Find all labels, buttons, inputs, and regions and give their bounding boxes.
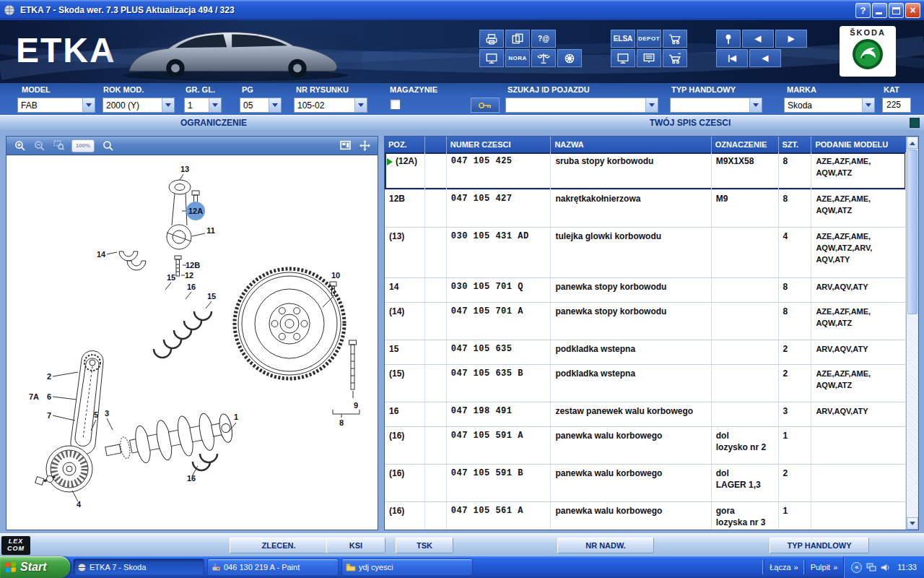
scroll-up-button[interactable] <box>907 137 918 149</box>
szukaj-id-select[interactable] <box>505 98 658 113</box>
chevron-down-icon[interactable] <box>209 98 221 112</box>
chevron-down-icon[interactable] <box>269 98 281 112</box>
table-row[interactable]: (13) 030 105 431 AD tulejka glowki korbo… <box>385 228 906 278</box>
help-contact-button[interactable]: ?@ <box>531 30 556 48</box>
tsk-button[interactable]: TSK <box>396 538 453 553</box>
callout-6[interactable]: 6 <box>47 392 51 401</box>
chevron-down-icon[interactable] <box>162 98 174 112</box>
previous-drawing-button[interactable]: ◀ <box>742 30 774 48</box>
taskbar-clock[interactable]: 11:33 <box>894 563 917 571</box>
taskbar-task-paint[interactable]: 046 130 219 A - Paint <box>207 558 339 576</box>
taskbar-task-folder[interactable]: ydj cyesci <box>341 558 473 576</box>
nr-rysunku-select[interactable]: 105-02 <box>294 98 367 113</box>
kat-value-field[interactable]: 225 <box>882 98 911 113</box>
terminal-button[interactable] <box>611 49 635 67</box>
toolbar-grip[interactable] <box>762 560 764 574</box>
table-row[interactable]: 16 047 198 491 zestaw panewek walu korbo… <box>385 402 906 427</box>
callout-12b[interactable]: 12B <box>186 261 200 269</box>
order-cart-button[interactable] <box>663 49 687 67</box>
callout-2[interactable]: 2 <box>47 372 51 381</box>
ograniczenie-tab[interactable]: OGRANICZENIE <box>0 116 384 130</box>
elsa-button[interactable]: ELSA <box>611 30 635 48</box>
chevron-down-icon[interactable] <box>82 98 95 112</box>
table-row[interactable]: 12B 047 105 427 nakrętkakołnierzowa M9 8… <box>385 190 906 228</box>
chevron-down-icon[interactable] <box>645 98 658 112</box>
pulpit-toolbar[interactable]: Pulpit » <box>811 563 838 571</box>
documents-button[interactable] <box>505 30 530 48</box>
print-button[interactable] <box>479 30 504 48</box>
callout-7a[interactable]: 7A <box>29 392 39 401</box>
diagram-canvas[interactable]: 13 12A 11 14 12B 12 15 16 15 10 9 8 2 7A <box>6 155 378 530</box>
toolbar-grip[interactable] <box>803 560 806 574</box>
volume-icon[interactable] <box>881 563 890 572</box>
ksi-button[interactable]: KSI <box>326 538 385 553</box>
hide-icons-button[interactable]: « <box>851 562 862 573</box>
callout-14[interactable]: 14 <box>97 250 106 259</box>
zoom-in-button[interactable] <box>11 138 28 154</box>
pin-icon[interactable] <box>716 30 741 48</box>
chevron-down-icon[interactable] <box>862 98 874 112</box>
catalog-monitor-button[interactable] <box>637 49 661 67</box>
nr-nadw-button[interactable]: NR NADW. <box>557 538 654 553</box>
wheel-button[interactable] <box>557 49 582 67</box>
expand-chevron-icon[interactable]: » <box>833 563 837 571</box>
network-icon[interactable] <box>866 563 876 572</box>
depot-button[interactable]: DEPOT <box>637 30 661 48</box>
close-button[interactable]: × <box>905 3 920 18</box>
table-row[interactable]: (14) 047 105 701 A panewka stopy korbowo… <box>385 303 906 340</box>
table-row[interactable]: (16) 047 105 591 B panewka walu korboweg… <box>385 465 906 502</box>
pg-select[interactable]: 05 <box>240 98 282 113</box>
monitor-button[interactable] <box>479 49 504 67</box>
callout-8[interactable]: 8 <box>339 418 344 427</box>
rok-select[interactable]: 2000 (Y) <box>103 98 175 113</box>
overview-button[interactable] <box>336 138 354 154</box>
find-button[interactable] <box>99 138 116 154</box>
start-button[interactable]: Start <box>0 556 70 578</box>
callout-7[interactable]: 7 <box>47 411 51 420</box>
callout-13[interactable]: 13 <box>180 165 189 173</box>
minimize-button[interactable] <box>872 3 887 18</box>
scrollbar-thumb[interactable] <box>907 150 918 314</box>
callout-11[interactable]: 11 <box>206 226 215 235</box>
pan-button[interactable] <box>356 138 373 154</box>
lacza-toolbar[interactable]: Łącza » <box>770 563 798 571</box>
callout-1[interactable]: 1 <box>234 413 238 421</box>
callout-4[interactable]: 4 <box>77 500 82 509</box>
spis-czesci-tab[interactable]: TWÓJ SPIS CZESCI <box>384 116 924 130</box>
callout-16b[interactable]: 16 <box>187 474 196 483</box>
next-drawing-button[interactable]: ▶ <box>775 30 807 48</box>
callout-3[interactable]: 3 <box>105 409 109 418</box>
callout-15a[interactable]: 15 <box>167 273 175 282</box>
callout-12[interactable]: 12 <box>185 271 193 280</box>
callout-12a[interactable]: 12A <box>188 207 203 215</box>
cart-button[interactable] <box>663 30 687 48</box>
callout-15b[interactable]: 15 <box>207 292 216 301</box>
expand-chevron-icon[interactable]: » <box>794 563 798 571</box>
table-row[interactable]: 14 030 105 701 Q panewka stopy korbowodu… <box>385 278 906 303</box>
zoom-out-button[interactable] <box>30 138 48 154</box>
callout-10[interactable]: 10 <box>331 271 340 280</box>
vehicle-id-key-button[interactable] <box>471 98 500 113</box>
zlecen-button[interactable]: ZLECEN. <box>230 538 328 553</box>
chevron-down-icon[interactable] <box>354 98 367 112</box>
callout-5[interactable]: 5 <box>94 410 98 419</box>
help-button[interactable]: ? <box>855 3 871 18</box>
typ-handlowy-button[interactable]: TYP HANDLOWY <box>770 538 869 553</box>
back-button[interactable]: ◀ <box>749 49 781 67</box>
table-row[interactable]: (16) 047 105 561 A panewka walu korboweg… <box>385 502 906 530</box>
scroll-down-button[interactable] <box>907 517 918 530</box>
vertical-scrollbar[interactable] <box>906 137 918 530</box>
magazynie-checkbox[interactable] <box>390 99 401 110</box>
marka-select[interactable]: Skoda <box>784 98 875 113</box>
zoom-area-button[interactable] <box>50 138 67 154</box>
zoom-100-button[interactable]: 100% <box>71 139 95 152</box>
table-row[interactable]: 15 047 105 635 podkladka wstepna 2 ARV,A… <box>385 340 906 365</box>
typ-handlowy-select[interactable] <box>670 98 762 113</box>
maximize-button[interactable] <box>889 3 904 18</box>
taskbar-task-etka[interactable]: ETKA 7 - Skoda <box>73 558 204 576</box>
model-select[interactable]: FAB <box>17 98 95 113</box>
callout-9[interactable]: 9 <box>354 401 358 410</box>
table-row[interactable]: (12A) 047 105 425 sruba stopy korbowodu … <box>385 152 906 190</box>
scales-button[interactable] <box>531 49 556 67</box>
table-row[interactable]: (15) 047 105 635 B podkladka wstepna 2 A… <box>385 365 906 402</box>
